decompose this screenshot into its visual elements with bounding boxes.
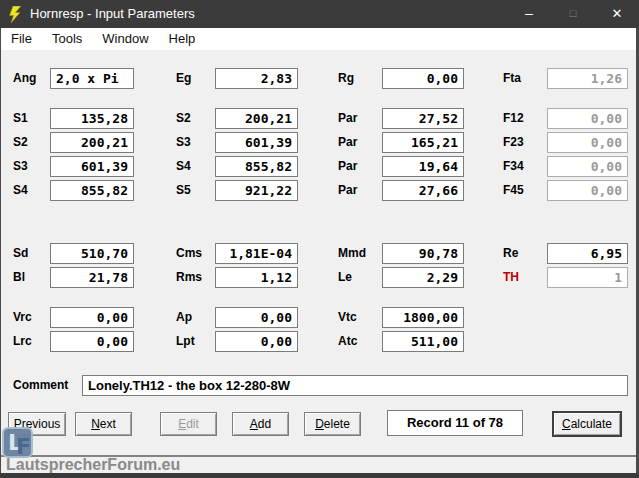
field-lrc[interactable]: 0,00 bbox=[50, 331, 134, 352]
delete-button[interactable]: Delete bbox=[304, 412, 361, 436]
edit-button: Edit bbox=[160, 412, 217, 436]
field-vtc[interactable]: 1800,00 bbox=[382, 307, 464, 328]
close-button[interactable]: ✕ bbox=[595, 0, 639, 28]
label-atc: Atc bbox=[338, 331, 357, 352]
label-s2-col2: S2 bbox=[176, 108, 191, 129]
label-rg: Rg bbox=[338, 68, 354, 89]
label-s3-col2: S3 bbox=[176, 132, 191, 153]
field-f23: 0,00 bbox=[547, 132, 628, 153]
label-le: Le bbox=[338, 267, 352, 288]
field-s4[interactable]: 855,82 bbox=[50, 180, 134, 201]
label-vrc: Vrc bbox=[13, 307, 32, 328]
label-f23: F23 bbox=[503, 132, 524, 153]
field-f34: 0,00 bbox=[547, 156, 628, 177]
lautsprecherforum-logo-icon: L F bbox=[2, 427, 33, 458]
watermark-text: LautsprecherForum.eu bbox=[6, 456, 180, 474]
label-eg: Eg bbox=[176, 68, 191, 89]
label-comment: Comment bbox=[13, 375, 68, 396]
field-bl[interactable]: 21,78 bbox=[50, 267, 134, 288]
lightning-bolt-icon bbox=[9, 6, 22, 23]
label-re: Re bbox=[503, 243, 518, 264]
add-button[interactable]: Add bbox=[232, 412, 289, 436]
label-f12: F12 bbox=[503, 108, 524, 129]
label-s4-col2: S4 bbox=[176, 156, 191, 177]
field-s3-col2[interactable]: 601,39 bbox=[215, 132, 298, 153]
label-s3: S3 bbox=[13, 156, 28, 177]
label-rms: Rms bbox=[176, 267, 202, 288]
label-fta: Fta bbox=[503, 68, 521, 89]
field-atc[interactable]: 511,00 bbox=[382, 331, 464, 352]
label-mmd: Mmd bbox=[338, 243, 366, 264]
minimize-button[interactable]: – bbox=[507, 0, 551, 28]
field-par4[interactable]: 27,66 bbox=[382, 180, 464, 201]
field-le[interactable]: 2,29 bbox=[382, 267, 464, 288]
window-border-left bbox=[0, 28, 1, 478]
maximize-button: □ bbox=[551, 0, 595, 28]
field-s2[interactable]: 200,21 bbox=[50, 132, 134, 153]
label-sd: Sd bbox=[13, 243, 28, 264]
menu-file[interactable]: File bbox=[1, 28, 42, 50]
label-s1: S1 bbox=[13, 108, 28, 129]
label-par3: Par bbox=[338, 156, 357, 177]
field-th: 1 bbox=[547, 267, 628, 288]
window-border-bottom bbox=[0, 473, 639, 478]
field-sd[interactable]: 510,70 bbox=[50, 243, 134, 264]
field-vrc[interactable]: 0,00 bbox=[50, 307, 134, 328]
field-s4-col2[interactable]: 855,82 bbox=[215, 156, 298, 177]
field-f12: 0,00 bbox=[547, 108, 628, 129]
field-eg[interactable]: 2,83 bbox=[215, 68, 298, 89]
window-title: Hornresp - Input Parameters bbox=[30, 0, 195, 28]
label-par4: Par bbox=[338, 180, 357, 201]
field-ang[interactable]: 2,0 x Pi bbox=[50, 68, 134, 89]
label-par1: Par bbox=[338, 108, 357, 129]
field-re[interactable]: 6,95 bbox=[547, 243, 628, 264]
label-f45: F45 bbox=[503, 180, 524, 201]
menu-window[interactable]: Window bbox=[92, 28, 158, 50]
label-cms: Cms bbox=[176, 243, 202, 264]
label-lpt: Lpt bbox=[176, 331, 195, 352]
label-f34: F34 bbox=[503, 156, 524, 177]
field-ap[interactable]: 0,00 bbox=[215, 307, 298, 328]
field-par1[interactable]: 27,52 bbox=[382, 108, 464, 129]
menu-bar: File Tools Window Help bbox=[1, 28, 638, 50]
field-fta: 1,26 bbox=[547, 68, 628, 89]
field-s2-col2[interactable]: 200,21 bbox=[215, 108, 298, 129]
label-s4: S4 bbox=[13, 180, 28, 201]
field-par2[interactable]: 165,21 bbox=[382, 132, 464, 153]
field-f45: 0,00 bbox=[547, 180, 628, 201]
field-mmd[interactable]: 90,78 bbox=[382, 243, 464, 264]
label-bl: Bl bbox=[13, 267, 25, 288]
calculate-button[interactable]: Calculate bbox=[552, 411, 622, 437]
next-button[interactable]: Next bbox=[75, 412, 132, 436]
label-ap: Ap bbox=[176, 307, 192, 328]
record-counter: Record 11 of 78 bbox=[387, 410, 523, 436]
label-th: TH bbox=[503, 267, 519, 288]
field-rms[interactable]: 1,12 bbox=[215, 267, 298, 288]
titlebar[interactable]: Hornresp - Input Parameters – □ ✕ bbox=[0, 0, 639, 28]
label-par2: Par bbox=[338, 132, 357, 153]
label-s5: S5 bbox=[176, 180, 191, 201]
menu-help[interactable]: Help bbox=[159, 28, 206, 50]
field-s1[interactable]: 135,28 bbox=[50, 108, 134, 129]
comment-field[interactable]: Lonely.TH12 - the box 12-280-8W bbox=[82, 375, 628, 396]
field-rg[interactable]: 0,00 bbox=[382, 68, 464, 89]
menu-tools[interactable]: Tools bbox=[42, 28, 92, 50]
field-cms[interactable]: 1,81E-04 bbox=[215, 243, 298, 264]
label-s2: S2 bbox=[13, 132, 28, 153]
label-ang: Ang bbox=[13, 68, 36, 89]
field-par3[interactable]: 19,64 bbox=[382, 156, 464, 177]
hornresp-input-parameters-window: Hornresp - Input Parameters – □ ✕ File T… bbox=[0, 0, 639, 478]
field-s3[interactable]: 601,39 bbox=[50, 156, 134, 177]
field-lpt[interactable]: 0,00 bbox=[215, 331, 298, 352]
field-s5[interactable]: 921,22 bbox=[215, 180, 298, 201]
label-vtc: Vtc bbox=[338, 307, 357, 328]
label-lrc: Lrc bbox=[13, 331, 32, 352]
